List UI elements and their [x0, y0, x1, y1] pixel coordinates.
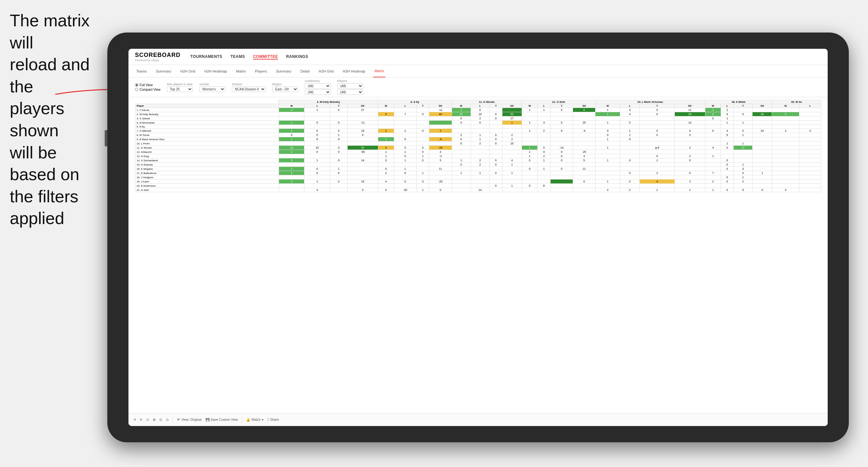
matrix-cell: 0	[675, 158, 705, 163]
subnav-h2hheatmap2[interactable]: H2H Heatmap	[341, 65, 367, 77]
nav-rankings[interactable]: RANKINGS	[286, 54, 308, 60]
matrix-cell	[734, 108, 752, 112]
matrix-cell: 0	[330, 150, 347, 154]
division-label: Division	[232, 83, 266, 86]
tablet-device: SCOREBOARD Powered by clippd TOURNAMENTS…	[107, 33, 849, 442]
toolbar-icon-1[interactable]: ⊙	[146, 418, 149, 422]
matrix-cell: 4	[675, 129, 705, 133]
matrix-cell: 2	[279, 167, 304, 171]
subnav-matrix2[interactable]: Matrix	[373, 65, 385, 77]
matrix-cell: 8	[537, 184, 550, 188]
matrix-cell	[347, 175, 378, 180]
subnav-players[interactable]: Players	[254, 65, 268, 77]
toolbar-icon-4[interactable]: ◷	[166, 418, 169, 422]
watch-btn[interactable]: 🔔 Watch ▾	[246, 418, 264, 422]
subnav-h2hgrid2[interactable]: H2H Grid	[317, 65, 335, 77]
subnav-h2hheatmap1[interactable]: H2H Heatmap	[203, 65, 228, 77]
matrix-cell: 19	[347, 180, 378, 184]
matrix-cell	[799, 180, 821, 184]
matrix-cell: 2	[522, 150, 537, 154]
matrix-cell: 0	[734, 112, 752, 117]
matrix-cell	[416, 167, 429, 171]
subnav-summary1[interactable]: Summary	[154, 65, 173, 77]
matrix-cell	[490, 180, 502, 184]
matrix-cell: 0	[304, 167, 330, 171]
table-row: 9. A Maria Jimenez Rios10010-9010210	[135, 137, 821, 142]
nav-committee[interactable]: COMMITTEE	[253, 54, 278, 60]
matrix-cell	[573, 125, 595, 129]
matrix-cell	[304, 142, 330, 146]
region-select[interactable]: East - DII	[272, 87, 298, 92]
matrix-cell	[452, 129, 471, 133]
division-select[interactable]: NCAA Division II	[232, 87, 266, 92]
matrix-cell	[640, 184, 675, 188]
matrix-cell	[705, 133, 721, 137]
matrix-cell	[429, 125, 452, 129]
subnav-summary2[interactable]: Summary	[275, 65, 293, 77]
matrix-cell	[734, 154, 752, 158]
conference-select2[interactable]: (All)	[305, 89, 331, 95]
matrix-cell	[279, 142, 304, 146]
matrix-cell	[378, 133, 394, 137]
matrix-cell	[537, 125, 550, 129]
matrix-cell: -20	[429, 146, 452, 150]
subnav-matrix1[interactable]: Matrix	[235, 65, 247, 77]
toolbar-icon-3[interactable]: ⊡	[159, 418, 162, 422]
matrix-cell: 0	[330, 180, 347, 184]
save-custom-btn[interactable]: 💾 Save Custom View	[206, 418, 238, 422]
compact-view-radio[interactable]	[135, 88, 138, 91]
matrix-cell	[394, 142, 416, 146]
matrix-cell: 17	[734, 146, 752, 150]
players-select1[interactable]: (All)	[337, 83, 363, 89]
matrix-cell	[537, 188, 550, 192]
matrix-cell	[452, 125, 471, 129]
matrix-cell: 1	[471, 137, 490, 142]
logo-sub: Powered by clippd	[135, 59, 181, 62]
matrix-cell: 1	[734, 133, 752, 137]
matrix-cell: 1	[378, 154, 394, 158]
subnav-h2hgrid1[interactable]: H2H Grid	[179, 65, 196, 77]
matrix-cell	[502, 150, 522, 154]
player-name-cell: 10. L Perini	[135, 142, 279, 146]
share-btn[interactable]: ⤴ Share	[267, 418, 279, 422]
matrix-cell	[734, 125, 752, 129]
matrix-cell	[452, 184, 471, 188]
subnav-detail[interactable]: Detail	[299, 65, 311, 77]
gender-filter: Gender Women's	[199, 83, 225, 92]
redo-icon[interactable]: ↻	[140, 418, 143, 422]
matrix-cell: 0	[721, 167, 734, 171]
matrix-cell	[347, 154, 378, 158]
matrix-cell: 4	[429, 150, 452, 154]
matrix-cell	[705, 167, 721, 171]
player-name-cell: 1. J Garcia	[135, 108, 279, 112]
matrix-cell	[799, 188, 821, 192]
view-original-btn[interactable]: 👁 View: Original	[177, 418, 202, 422]
conference-select1[interactable]: (All)	[305, 83, 331, 89]
players-select2[interactable]: (All)	[337, 89, 363, 95]
matrix-cell	[304, 117, 330, 121]
compact-view-option[interactable]: Compact View	[135, 88, 160, 91]
toolbar-icon-2[interactable]: ⊞	[153, 418, 155, 422]
subnav-teams[interactable]: Teams	[135, 65, 148, 77]
matrix-cell	[799, 121, 821, 125]
matrix-cell: 0	[620, 158, 640, 163]
nav-teams[interactable]: TEAMS	[230, 54, 245, 60]
full-view-option[interactable]: Full View	[135, 83, 160, 87]
matrix-cell: 10	[452, 112, 471, 117]
max-players-select[interactable]: Top 25	[167, 87, 193, 92]
matrix-cell	[705, 175, 721, 180]
nav-tournaments[interactable]: TOURNAMENTS	[190, 54, 222, 60]
matrix-cell: 7	[394, 112, 416, 117]
matrix-cell: 0	[347, 133, 378, 137]
matrix-cell: 2	[640, 171, 675, 175]
matrix-cell: 1	[416, 171, 429, 175]
matrix-cell	[416, 125, 429, 129]
table-row: 12. A Bianchi200-591104200-25	[135, 150, 821, 154]
matrix-cell: 1	[734, 175, 752, 180]
full-view-radio[interactable]	[135, 83, 138, 87]
matrix-cell	[705, 121, 721, 125]
table-row: 5. A Nomrowski100-1100114025101311	[135, 121, 821, 125]
gender-select[interactable]: Women's	[199, 87, 225, 92]
matrix-cell: 1	[502, 121, 522, 125]
undo-icon[interactable]: ↺	[133, 418, 136, 422]
